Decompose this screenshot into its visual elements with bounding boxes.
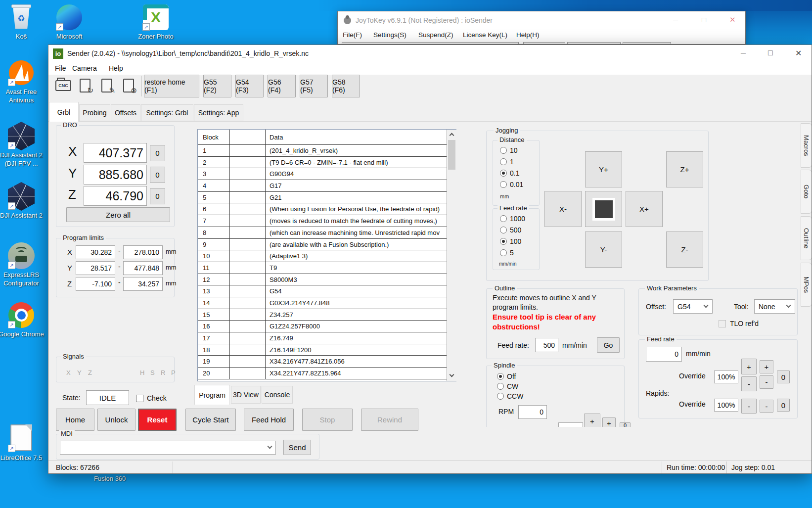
gcode-row[interactable]: 6(When using Fusion for Personal Use, th… — [198, 203, 456, 215]
joytokey-maximize-button[interactable]: □ — [702, 15, 706, 24]
gcode-row[interactable]: 13G54 — [198, 285, 456, 297]
desktop-icon-expresslrs[interactable]: ↗ ExpressLRS Configurator — [0, 242, 45, 288]
jog-stop-button[interactable] — [585, 191, 622, 227]
dro-x-zero-button[interactable]: 0 — [150, 145, 165, 161]
open-file-button[interactable]: CNC — [53, 75, 73, 96]
desktop-icon-edge[interactable]: ↗ Microsoft — [45, 4, 93, 41]
tab-settings-app[interactable]: Settings: App — [194, 104, 243, 121]
gcode-row[interactable]: 1(201_4_kridlo_R_vrsek) — [198, 145, 456, 157]
gcode-row[interactable]: 8(which can increase machining time. Unr… — [198, 227, 456, 239]
table-scrollbar[interactable] — [447, 130, 456, 381]
gcode-row[interactable]: 12S8000M3 — [198, 274, 456, 286]
jog-y-minus-button[interactable]: Y- — [585, 231, 622, 268]
feed-rate-input[interactable]: 0 — [646, 347, 682, 362]
feed-override-plus-small-button[interactable]: + — [760, 360, 773, 373]
jog-y-plus-button[interactable]: Y+ — [585, 151, 622, 187]
reset-button[interactable]: Reset — [138, 409, 177, 431]
gcode-row[interactable]: 14G0X34.214Y477.848 — [198, 297, 456, 309]
joytokey-close-button[interactable]: ✕ — [729, 15, 736, 24]
gcode-row[interactable]: 18Z16.149F1200 — [198, 344, 456, 356]
limit-z-max[interactable]: 34.257 — [123, 277, 163, 291]
feed-100-radio[interactable]: 100 — [500, 237, 521, 245]
gcode-header-block[interactable]: Block — [198, 130, 230, 144]
limit-y-min[interactable]: 28.517 — [76, 261, 115, 275]
gcode-row[interactable]: 20X34.221Y477.82Z15.964 — [198, 368, 456, 379]
feed-override-minus-small-button[interactable]: - — [760, 375, 773, 389]
gcode-row[interactable]: 11T9 — [198, 262, 456, 274]
desktop-icon-dji-fpv[interactable]: ↗ DJI Assistant 2 (DJI FPV ... — [0, 123, 45, 168]
partial-icon-label-fusion[interactable]: Fusion 360 — [94, 475, 126, 482]
desktop-icon-libreoffice[interactable]: ↗ LibreOffice 7.5 — [0, 423, 45, 462]
gcode-header-blank[interactable] — [230, 130, 266, 144]
limit-y-max[interactable]: 477.848 — [123, 261, 163, 275]
feed-override-plus-button[interactable]: + — [741, 359, 757, 374]
tab-settings-grbl[interactable]: Settings: Grbl — [141, 104, 193, 121]
tab-3d-view[interactable]: 3D View — [231, 386, 261, 404]
spindle-off-radio[interactable]: Off — [497, 372, 516, 380]
mdi-combobox[interactable] — [60, 441, 276, 455]
gcode-row[interactable]: 2(T9 D=6 CR=0 - ZMIN=-7.1 - flat end mil… — [198, 157, 456, 169]
feed-hold-button[interactable]: Feed Hold — [244, 409, 294, 431]
gcode-row[interactable]: 4G17 — [198, 180, 456, 192]
menu-camera[interactable]: Camera — [72, 64, 97, 72]
tab-console[interactable]: Console — [262, 386, 293, 404]
gcode-row[interactable]: 3G90G94 — [198, 168, 456, 180]
rpm-input[interactable]: 0 — [518, 405, 547, 419]
desktop-icon-chrome[interactable]: ↗ Google Chrome — [0, 302, 45, 339]
distance-0.01-radio[interactable]: 0.01 — [500, 181, 523, 188]
cycle-start-button[interactable]: Cycle Start — [185, 409, 236, 431]
outline-feed-input[interactable]: 500 — [535, 338, 558, 352]
tab-grbl[interactable]: Grbl — [49, 102, 79, 122]
rapids-override-minus-button[interactable]: - — [741, 399, 757, 414]
gcode-row[interactable]: 5G21 — [198, 192, 456, 204]
edit-file-button[interactable]: ✎ — [97, 75, 117, 96]
jog-x-plus-button[interactable]: X+ — [626, 191, 663, 227]
maximize-button[interactable]: □ — [768, 48, 773, 57]
gcode-row[interactable]: 15Z34.257 — [198, 309, 456, 321]
joytokey-menu-licensekey[interactable]: License Key(L) — [463, 31, 507, 39]
joytokey-menu-settings[interactable]: Settings(S) — [373, 31, 406, 39]
scroll-down-icon[interactable] — [450, 372, 454, 377]
g57-button[interactable]: G57 (F5) — [300, 75, 328, 97]
dro-z-zero-button[interactable]: 0 — [150, 188, 165, 204]
feed-1000-radio[interactable]: 1000 — [500, 215, 525, 223]
distance-1-radio[interactable]: 1 — [500, 158, 514, 166]
gcode-row[interactable]: 10(Adaptive1 3) — [198, 250, 456, 262]
limit-x-min[interactable]: 30.282 — [76, 245, 115, 259]
feed-override-minus-button[interactable]: - — [741, 376, 757, 391]
side-tab-macros[interactable]: Macros — [801, 123, 812, 168]
menu-help[interactable]: Help — [109, 64, 123, 72]
check-checkbox[interactable] — [136, 395, 143, 402]
dro-y-value[interactable]: 885.680 — [84, 165, 147, 185]
spindle-cw-radio[interactable]: CW — [497, 382, 518, 390]
dro-x-value[interactable]: 407.377 — [84, 143, 147, 163]
gcode-row[interactable]: 19X34.216Y477.841Z16.056 — [198, 356, 456, 368]
outline-go-button[interactable]: Go — [597, 337, 620, 353]
scrollbar-thumb[interactable] — [448, 140, 455, 170]
feed-500-radio[interactable]: 500 — [500, 226, 521, 234]
rapids-override-minus-small-button[interactable]: - — [760, 400, 773, 413]
gcode-header-data[interactable]: Data — [266, 130, 456, 144]
joytokey-minimize-button[interactable]: ─ — [673, 16, 678, 24]
spindle-ccw-radio[interactable]: CCW — [497, 392, 523, 400]
jog-z-plus-button[interactable]: Z+ — [666, 151, 703, 187]
side-tab-mpos[interactable]: MPos — [801, 263, 812, 307]
joytokey-menu-file[interactable]: File(F) — [343, 31, 362, 39]
scroll-up-icon[interactable] — [450, 133, 454, 138]
close-button[interactable]: ✕ — [795, 48, 802, 58]
home-button[interactable]: Home — [56, 409, 94, 431]
joytokey-menu-suspend[interactable]: Suspend(Z) — [418, 31, 453, 39]
spindle-override-plus-button[interactable]: + — [584, 414, 600, 428]
tab-probing[interactable]: Probing — [79, 104, 110, 121]
g54-button[interactable]: G54 (F3) — [235, 75, 264, 97]
gcode-row[interactable]: 16G1Z24.257F8000 — [198, 321, 456, 332]
restore-home-button[interactable]: restore home (F1) — [144, 75, 199, 97]
distance-10-radio[interactable]: 10 — [500, 146, 518, 154]
limit-z-min[interactable]: -7.100 — [76, 277, 115, 291]
jog-z-minus-button[interactable]: Z- — [666, 231, 703, 268]
rapids-override-zero-button[interactable]: 0 — [777, 399, 790, 412]
dro-y-zero-button[interactable]: 0 — [150, 167, 165, 183]
side-tab-outline[interactable]: Outline — [801, 216, 812, 260]
tab-offsets[interactable]: Offsets — [111, 104, 140, 121]
gcode-row[interactable]: 17Z16.749 — [198, 332, 456, 344]
